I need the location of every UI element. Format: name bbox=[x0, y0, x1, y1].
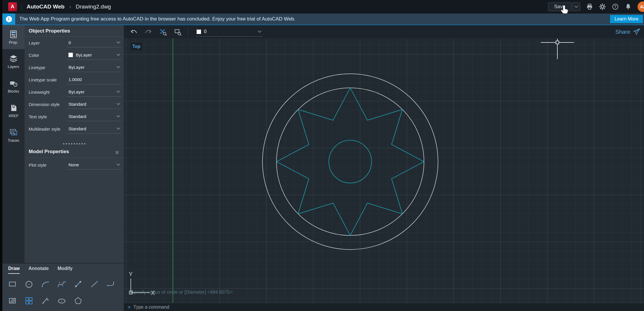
property-label: Linetype bbox=[29, 61, 45, 74]
hatch-tool-icon bbox=[8, 296, 18, 306]
property-row-multileader-style: Multileader style Standard bbox=[25, 123, 124, 135]
polyline-arc-tool-button[interactable] bbox=[106, 279, 116, 289]
multileader-style-select[interactable]: Standard bbox=[67, 124, 121, 134]
sidebar-item-label: Layers bbox=[8, 64, 19, 69]
sidebar-item-label: Blocks bbox=[8, 89, 19, 93]
property-row-layer: Layer 0 bbox=[25, 37, 124, 49]
property-label: Layer bbox=[29, 37, 40, 49]
color-select[interactable]: ByLayer bbox=[67, 50, 121, 60]
info-icon: i bbox=[2, 13, 15, 25]
send-plane-icon bbox=[633, 28, 640, 36]
chevron-down-icon bbox=[116, 127, 120, 130]
command-input[interactable]: Type a command bbox=[133, 305, 169, 310]
dimension-style-value: Standard bbox=[68, 102, 86, 107]
polyline-arc-tool-icon bbox=[106, 279, 116, 289]
learn-more-button[interactable]: Learn More bbox=[610, 15, 643, 23]
collapse-chevrons-icon[interactable] bbox=[115, 151, 119, 155]
property-row-text-style: Text style Standard bbox=[25, 110, 124, 123]
sidebar-item-layers[interactable]: Layers bbox=[2, 49, 25, 74]
ellipse-tool-icon bbox=[57, 296, 67, 306]
divider bbox=[25, 158, 124, 158]
linetype-value: ByLayer bbox=[68, 65, 85, 70]
line-tool-button[interactable] bbox=[90, 279, 99, 289]
print-icon[interactable] bbox=[586, 3, 593, 10]
tools-tabs: Draw Annotate Modify bbox=[8, 266, 73, 274]
properties-icon bbox=[9, 30, 18, 39]
zoom-to-object-icon[interactable] bbox=[159, 28, 167, 36]
banner-message: The Web App Program granting free access… bbox=[19, 13, 295, 25]
save-options-button[interactable] bbox=[572, 2, 580, 11]
property-row-lineweight: Lineweight ByLayer bbox=[25, 86, 124, 98]
line-tool-icon bbox=[90, 279, 99, 289]
info-glyph: i bbox=[8, 17, 9, 21]
lineweight-value: ByLayer bbox=[68, 89, 85, 94]
avatar[interactable]: AZ bbox=[638, 1, 644, 12]
share-button[interactable]: Share bbox=[615, 28, 644, 36]
undo-icon[interactable] bbox=[130, 28, 138, 36]
traces-icon bbox=[9, 128, 18, 137]
block-tool-icon bbox=[24, 296, 34, 306]
circle-tool-button[interactable] bbox=[24, 279, 34, 289]
current-layer-value: 0 bbox=[204, 29, 207, 34]
autocad-logo[interactable]: A bbox=[8, 2, 17, 11]
layer-select[interactable]: 0 bbox=[67, 38, 121, 47]
ellipse-tool-button[interactable] bbox=[57, 296, 67, 306]
tab-draw[interactable]: Draw bbox=[8, 266, 20, 274]
arc-tool-icon bbox=[40, 279, 50, 289]
spline-tool-button[interactable] bbox=[57, 279, 67, 289]
notifications-bell-icon[interactable] bbox=[625, 3, 632, 10]
measure-tool-button[interactable] bbox=[73, 279, 83, 289]
chevron-down-icon bbox=[116, 90, 120, 93]
command-caret: > bbox=[128, 305, 130, 310]
sidebar-item-traces[interactable]: Traces bbox=[2, 123, 25, 148]
sidebar-item-blocks[interactable]: Blocks bbox=[2, 74, 25, 98]
command-bar[interactable]: > Type a command bbox=[124, 303, 644, 311]
layer-color-swatch bbox=[197, 30, 201, 34]
linetype-scale-value: 1.0000 bbox=[68, 77, 82, 82]
zoom-window-icon[interactable] bbox=[174, 28, 182, 36]
arc-tool-button[interactable] bbox=[40, 279, 50, 289]
chevron-down-icon bbox=[116, 103, 120, 105]
sidebar-item-xref[interactable]: XREF bbox=[2, 98, 25, 123]
sidebar-item-properties[interactable]: Prop. bbox=[2, 25, 25, 49]
rectangle-tool-button[interactable] bbox=[8, 279, 18, 289]
dimension-style-select[interactable]: Standard bbox=[67, 99, 121, 109]
property-row-dimension-style: Dimension style Standard bbox=[25, 98, 124, 110]
text-style-select[interactable]: Standard bbox=[67, 112, 121, 121]
panel-resize-handle[interactable] bbox=[25, 143, 124, 144]
color-value: ByLayer bbox=[76, 52, 92, 57]
multileader-tool-button[interactable] bbox=[40, 296, 50, 306]
crosshair-pickbox bbox=[556, 41, 559, 44]
polygon-tool-icon bbox=[73, 296, 83, 306]
app-title: AutoCAD Web bbox=[27, 4, 64, 10]
property-label: Text style bbox=[29, 110, 47, 123]
tab-annotate[interactable]: Annotate bbox=[28, 266, 49, 274]
property-label: Lineweight bbox=[29, 86, 50, 98]
chevron-down-icon bbox=[116, 41, 120, 44]
chevron-down-icon bbox=[116, 163, 120, 166]
polygon-tool-button[interactable] bbox=[73, 296, 83, 306]
cad-drawing[interactable] bbox=[124, 38, 644, 303]
view-badge[interactable]: Top bbox=[131, 43, 142, 50]
measure-tool-icon bbox=[73, 279, 83, 289]
linetype-scale-input[interactable]: 1.0000 bbox=[67, 75, 121, 84]
sidebar-item-label: Traces bbox=[8, 138, 19, 143]
rectangle-tool-icon bbox=[8, 279, 18, 289]
block-tool-button[interactable] bbox=[24, 296, 34, 306]
lineweight-select[interactable]: ByLayer bbox=[67, 87, 121, 97]
chevron-down-icon bbox=[116, 66, 120, 68]
property-label: Color bbox=[29, 49, 39, 61]
settings-gear-icon[interactable] bbox=[599, 3, 606, 10]
sidebar-item-label: Prop. bbox=[9, 40, 18, 45]
current-layer-dropdown[interactable]: 0 bbox=[195, 27, 263, 37]
hatch-tool-button[interactable] bbox=[8, 296, 18, 306]
linetype-select[interactable]: ByLayer bbox=[67, 62, 121, 72]
tab-modify[interactable]: Modify bbox=[57, 266, 73, 274]
document-name: Drawing2.dwg bbox=[76, 4, 111, 10]
drawing-canvas[interactable]: Top Y X Specify radius of circle or [Dia… bbox=[124, 38, 644, 303]
redo-icon[interactable] bbox=[144, 28, 152, 36]
chevron-down-icon bbox=[116, 54, 120, 56]
plot-style-select[interactable]: None bbox=[67, 160, 121, 170]
help-icon[interactable]: ? bbox=[612, 3, 619, 10]
property-label: Dimension style bbox=[29, 98, 60, 110]
